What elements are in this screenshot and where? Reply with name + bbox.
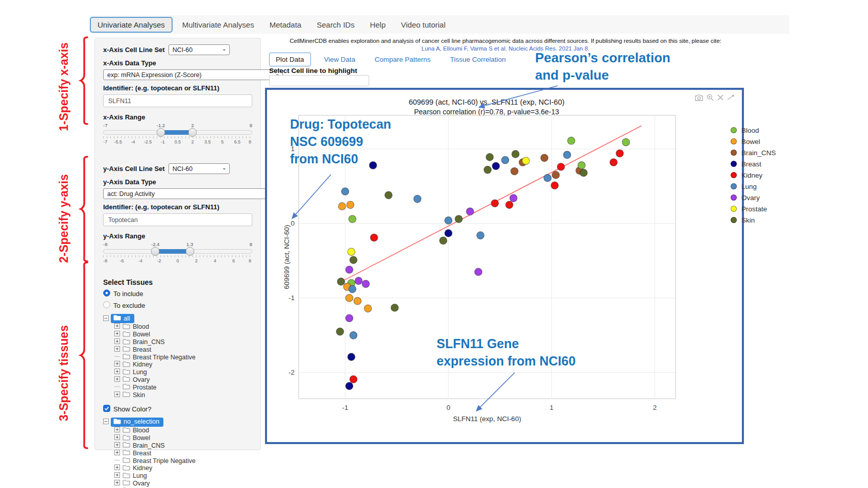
data-point-lung[interactable] — [445, 217, 452, 225]
data-point-lung[interactable] — [563, 151, 571, 159]
data-point-kidney[interactable] — [610, 159, 617, 166]
data-point-blood[interactable] — [349, 215, 356, 223]
data-point-skin[interactable] — [391, 304, 399, 312]
expand-icon[interactable] — [114, 376, 120, 383]
tree-all-item-breast[interactable]: Breast — [114, 346, 252, 353]
tree-all-item-lung[interactable]: Lung — [114, 369, 252, 376]
x-axis-cell-line-set-select[interactable]: NCI-60 ⌄ — [168, 44, 230, 55]
nav-item-video-tutorial[interactable]: Video tutorial — [393, 17, 453, 33]
data-point-ovary[interactable] — [475, 268, 483, 276]
nav-item-univariate-analyses[interactable]: Univariate Analyses — [90, 17, 173, 33]
autoscale-icon[interactable] — [727, 94, 735, 101]
data-point-skin[interactable] — [336, 328, 344, 335]
close-icon[interactable] — [717, 94, 724, 101]
data-point-blood[interactable] — [578, 162, 586, 169]
data-point-skin[interactable] — [385, 191, 393, 199]
legend-item-brain-cns[interactable]: Brain_CNS — [731, 147, 776, 158]
y-range-slider-high-handle[interactable] — [185, 247, 194, 256]
data-point-brain-cns[interactable] — [541, 154, 548, 162]
tree-all-item-kidney[interactable]: Kidney — [114, 361, 252, 369]
data-point-bowel[interactable] — [347, 201, 354, 209]
data-point-breast[interactable] — [346, 382, 353, 390]
data-point-ovary[interactable] — [355, 277, 363, 285]
x-range-slider-high-handle[interactable] — [188, 128, 197, 137]
data-point-brain-cns[interactable] — [552, 172, 560, 179]
expand-icon[interactable] — [114, 434, 120, 442]
tree-all-item-breast-triple-negative[interactable]: Breast Triple Negative — [114, 353, 252, 361]
tree-no-selection-item-breast-triple-negative[interactable]: Breast Triple Negative — [114, 457, 252, 465]
y-range-slider-low-handle[interactable] — [151, 247, 160, 256]
tissue-radio-to-include[interactable]: To include — [103, 289, 252, 298]
expand-icon[interactable] — [114, 392, 120, 399]
data-point-lung[interactable] — [544, 174, 551, 182]
tree-no-selection-root-chip[interactable]: no_selection — [111, 418, 163, 427]
tree-all-item-prostate[interactable]: Prostate — [114, 383, 252, 391]
data-point-ovary[interactable] — [510, 194, 517, 202]
legend-item-kidney[interactable]: Kidney — [731, 169, 776, 181]
data-point-kidney[interactable] — [370, 234, 378, 241]
y-axis-cell-line-set-select[interactable]: NCI-60 ⌄ — [168, 163, 230, 174]
data-point-ovary[interactable] — [362, 280, 370, 288]
data-point-bowel[interactable] — [346, 295, 353, 302]
tree-no-selection-item-blood[interactable]: Blood — [114, 427, 252, 434]
data-point-prostate[interactable] — [522, 157, 530, 165]
data-point-lung[interactable] — [349, 285, 356, 293]
legend-item-bowel[interactable]: Bowel — [731, 136, 776, 147]
data-point-prostate[interactable] — [348, 248, 355, 256]
expand-icon[interactable] — [114, 480, 120, 487]
data-point-skin[interactable] — [337, 278, 345, 285]
highlight-cell-line-input[interactable] — [269, 75, 369, 86]
data-point-breast[interactable] — [492, 162, 500, 170]
legend-item-ovary[interactable]: Ovary — [731, 192, 776, 203]
tree-no-selection-item-breast[interactable]: Breast — [114, 449, 252, 457]
tree-no-selection-item-brain-cns[interactable]: Brain_CNS — [114, 442, 252, 450]
nav-item-metadata[interactable]: Metadata — [262, 17, 309, 33]
data-point-kidney[interactable] — [616, 150, 624, 157]
tree-no-selection-root[interactable]: no_selection — [103, 418, 252, 427]
legend-item-lung[interactable]: Lung — [731, 181, 776, 192]
expand-icon[interactable] — [114, 361, 120, 368]
tree-no-selection-item-kidney[interactable]: Kidney — [114, 465, 252, 472]
data-point-ovary[interactable] — [346, 314, 353, 322]
data-point-brain-cns[interactable] — [511, 167, 518, 175]
tree-all-item-blood[interactable]: Blood — [114, 323, 252, 331]
tab-view-data[interactable]: View Data — [318, 53, 361, 66]
data-point-skin[interactable] — [455, 215, 463, 223]
x-range-slider-low-handle[interactable] — [156, 128, 165, 137]
tree-all-item-ovary[interactable]: Ovary — [114, 376, 252, 384]
tree-all-root-chip[interactable]: all — [111, 314, 134, 323]
data-point-kidney[interactable] — [551, 182, 559, 189]
data-point-lung[interactable] — [477, 232, 485, 239]
collapse-icon[interactable] — [103, 418, 109, 426]
nav-item-help[interactable]: Help — [362, 17, 393, 33]
y-axis-range-slider[interactable]: -88-2.41.3-8-6-4-202468 — [103, 241, 252, 267]
tab-tissue-correlation[interactable]: Tissue Correlation — [444, 53, 512, 66]
data-point-breast[interactable] — [348, 353, 355, 361]
show-color-row[interactable]: Show Color? — [103, 405, 252, 413]
nav-item-multivariate-analyses[interactable]: Multivariate Analyses — [175, 17, 262, 33]
tree-no-selection-item-ovary[interactable]: Ovary — [114, 480, 252, 487]
data-point-kidney[interactable] — [350, 376, 357, 383]
y-identifier-input[interactable] — [103, 213, 252, 226]
expand-icon[interactable] — [114, 369, 120, 376]
expand-icon[interactable] — [114, 331, 120, 338]
legend-item-skin[interactable]: Skin — [731, 214, 776, 226]
data-point-skin[interactable] — [486, 154, 494, 161]
nav-item-search-ids[interactable]: Search IDs — [309, 17, 362, 33]
expand-icon[interactable] — [114, 465, 120, 472]
expand-icon[interactable] — [114, 450, 120, 457]
tab-compare-patterns[interactable]: Compare Patterns — [369, 53, 437, 66]
show-color-checkbox[interactable] — [103, 405, 110, 413]
data-point-bowel[interactable] — [354, 297, 361, 305]
expand-icon[interactable] — [114, 338, 120, 346]
data-point-bowel[interactable] — [364, 305, 372, 312]
data-point-skin[interactable] — [580, 169, 588, 177]
data-point-kidney[interactable] — [557, 163, 565, 171]
x-axis-data-type-select[interactable]: exp: mRNA Expression (Z-Score) ⌄ — [103, 69, 283, 80]
expand-icon[interactable] — [114, 346, 120, 353]
data-point-skin[interactable] — [350, 256, 357, 264]
radio-icon[interactable] — [103, 301, 110, 310]
data-point-lung[interactable] — [342, 188, 349, 196]
tree-all-item-skin[interactable]: Skin — [114, 391, 252, 399]
tissue-radio-to-exclude[interactable]: To exclude — [103, 301, 252, 310]
